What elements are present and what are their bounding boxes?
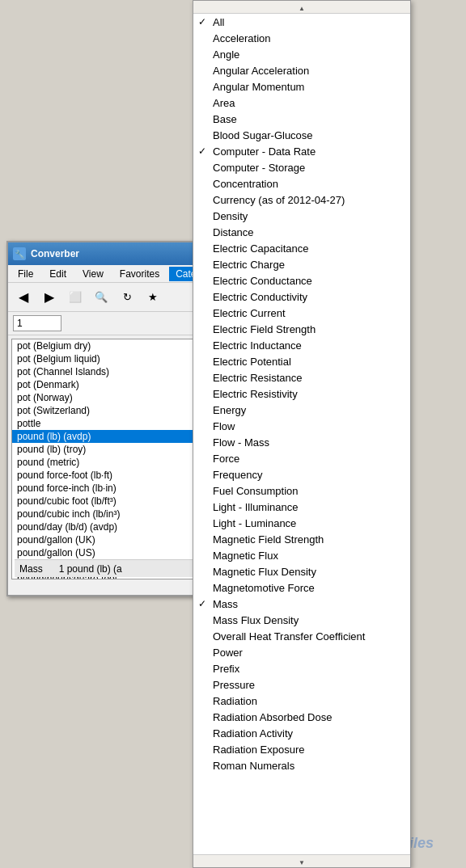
favorites-button[interactable]: ★ — [141, 286, 165, 309]
refresh-button[interactable]: ↻ — [115, 286, 139, 309]
dropdown-list: ✓AllAccelerationAngleAngular Acceleratio… — [193, 14, 410, 854]
dropdown-item-label: Magnetic Flux — [213, 550, 404, 562]
dropdown-item-label: Angular Acceleration — [213, 65, 404, 77]
result-text: 1 pound (lb) (a — [59, 563, 122, 575]
dropdown-item-label: Radiation Activity — [213, 727, 404, 739]
dropdown-item[interactable]: Electric Charge — [193, 256, 410, 272]
dropdown-item[interactable]: Power — [193, 644, 410, 660]
dropdown-item[interactable]: Flow - Mass — [193, 434, 410, 450]
dropdown-item-label: Base — [213, 113, 404, 125]
dropdown-item[interactable]: ✓Computer - Data Rate — [193, 143, 410, 159]
dropdown-item[interactable]: Electric Inductance — [193, 337, 410, 353]
dropdown-item[interactable]: Energy — [193, 402, 410, 418]
dropdown-item-label: Electric Potential — [213, 356, 404, 368]
dropdown-item-label: Flow - Mass — [213, 436, 404, 449]
dropdown-item[interactable]: ✓All — [193, 14, 410, 30]
dropdown-scroll-up[interactable] — [193, 1, 410, 14]
dropdown-item[interactable]: Density — [193, 208, 410, 224]
arrow-down-icon — [299, 855, 305, 867]
dropdown-item[interactable]: Prefix — [193, 660, 410, 676]
dropdown-item[interactable]: Radiation — [193, 693, 410, 709]
back-button[interactable]: ◀ — [11, 286, 36, 309]
dropdown-item[interactable]: Force — [193, 450, 410, 466]
dropdown-item[interactable]: Electric Potential — [193, 353, 410, 369]
dropdown-item[interactable]: Electric Conductivity — [193, 289, 410, 305]
dropdown-item-label: Magnetomotive Force — [213, 582, 404, 594]
dropdown-item[interactable]: Acceleration — [193, 30, 410, 46]
dropdown-item-label: Magnetic Field Strength — [213, 533, 404, 546]
dropdown-item-label: Distance — [213, 226, 404, 238]
dropdown-scroll-down[interactable] — [193, 854, 410, 867]
menu-file[interactable]: File — [11, 267, 40, 281]
dropdown-item[interactable]: Currency (as of 2012-04-27) — [193, 192, 410, 208]
dropdown-item-label: Light - Illuminance — [213, 501, 404, 513]
dropdown-item-label: Light - Luminance — [213, 517, 404, 529]
dropdown-item[interactable]: Radiation Absorbed Dose — [193, 709, 410, 725]
dropdown-item-label: Electric Charge — [213, 259, 404, 271]
dropdown-item-label: Electric Inductance — [213, 339, 404, 352]
menu-view[interactable]: View — [76, 267, 110, 281]
dropdown-item[interactable]: Overall Heat Transfer Coefficient — [193, 628, 410, 644]
menu-edit[interactable]: Edit — [43, 267, 73, 281]
dropdown-item-label: All — [213, 16, 404, 28]
dropdown-item-label: Concentration — [213, 178, 404, 190]
dropdown-item[interactable]: Electric Current — [193, 305, 410, 321]
dropdown-item-label: Electric Conductivity — [213, 291, 404, 303]
value-input[interactable] — [13, 315, 61, 331]
dropdown-item[interactable]: Flow — [193, 418, 410, 434]
dropdown-item[interactable]: Electric Field Strength — [193, 321, 410, 337]
dropdown-item[interactable]: Electric Capacitance — [193, 240, 410, 256]
dropdown-item-label: Mass Flux Density — [213, 614, 404, 626]
dropdown-item-label: Frequency — [213, 469, 404, 481]
dropdown-item[interactable]: Magnetic Flux Density — [193, 563, 410, 579]
window-title: Converber — [31, 248, 79, 259]
dropdown-item-label: Electric Current — [213, 307, 404, 319]
category-label: Mass — [19, 563, 43, 575]
dropdown-item[interactable]: Radiation Exposure — [193, 741, 410, 757]
dropdown-item[interactable]: Blood Sugar-Glucose — [193, 127, 410, 143]
dropdown-item[interactable]: Distance — [193, 224, 410, 240]
copy-button[interactable]: ⬜ — [63, 286, 87, 309]
dropdown-item[interactable]: Frequency — [193, 466, 410, 482]
dropdown-item[interactable]: ✓Mass — [193, 596, 410, 612]
dropdown-item-label: Electric Field Strength — [213, 323, 404, 335]
dropdown-item[interactable]: Roman Numerals — [193, 757, 410, 773]
dropdown-item-label: Electric Resistance — [213, 372, 404, 384]
checkmark-icon: ✓ — [198, 598, 213, 609]
dropdown-item[interactable]: Angular Momentum — [193, 78, 410, 95]
dropdown-item[interactable]: Electric Conductance — [193, 272, 410, 289]
dropdown-item-label: Area — [213, 97, 404, 109]
dropdown-item[interactable]: Electric Resistance — [193, 369, 410, 386]
dropdown-item[interactable]: Angle — [193, 46, 410, 62]
dropdown-item-label: Angular Momentum — [213, 81, 404, 93]
dropdown-item[interactable]: Fuel Consumption — [193, 482, 410, 499]
dropdown-item-label: Roman Numerals — [213, 760, 404, 772]
dropdown-item[interactable]: Mass Flux Density — [193, 612, 410, 628]
dropdown-item[interactable]: Angular Acceleration — [193, 62, 410, 78]
dropdown-item-label: Electric Resistivity — [213, 388, 404, 400]
dropdown-item[interactable]: Magnetic Field Strength — [193, 531, 410, 547]
dropdown-item[interactable]: Radiation Activity — [193, 725, 410, 741]
menu-favorites[interactable]: Favorites — [113, 267, 166, 281]
app-icon: 🔧 — [13, 247, 26, 260]
dropdown-item-label: Flow — [213, 420, 404, 432]
dropdown-item-label: Force — [213, 453, 404, 465]
dropdown-item-label: Power — [213, 647, 404, 659]
dropdown-item[interactable]: Light - Luminance — [193, 515, 410, 531]
dropdown-item[interactable]: Magnetic Flux — [193, 547, 410, 563]
dropdown-item-label: Pressure — [213, 679, 404, 691]
checkmark-icon: ✓ — [198, 16, 213, 27]
dropdown-item-label: Blood Sugar-Glucose — [213, 129, 404, 141]
dropdown-item[interactable]: Light - Illuminance — [193, 499, 410, 515]
search-button[interactable]: 🔍 — [89, 286, 113, 309]
dropdown-item-label: Overall Heat Transfer Coefficient — [213, 630, 404, 643]
dropdown-item-label: Mass — [213, 598, 404, 610]
dropdown-item[interactable]: Pressure — [193, 676, 410, 693]
dropdown-item[interactable]: Area — [193, 95, 410, 111]
dropdown-item[interactable]: Electric Resistivity — [193, 386, 410, 402]
forward-button[interactable]: ▶ — [37, 286, 61, 309]
dropdown-item[interactable]: Magnetomotive Force — [193, 579, 410, 596]
dropdown-item[interactable]: Base — [193, 111, 410, 127]
dropdown-item[interactable]: Concentration — [193, 175, 410, 192]
dropdown-item[interactable]: Computer - Storage — [193, 159, 410, 175]
